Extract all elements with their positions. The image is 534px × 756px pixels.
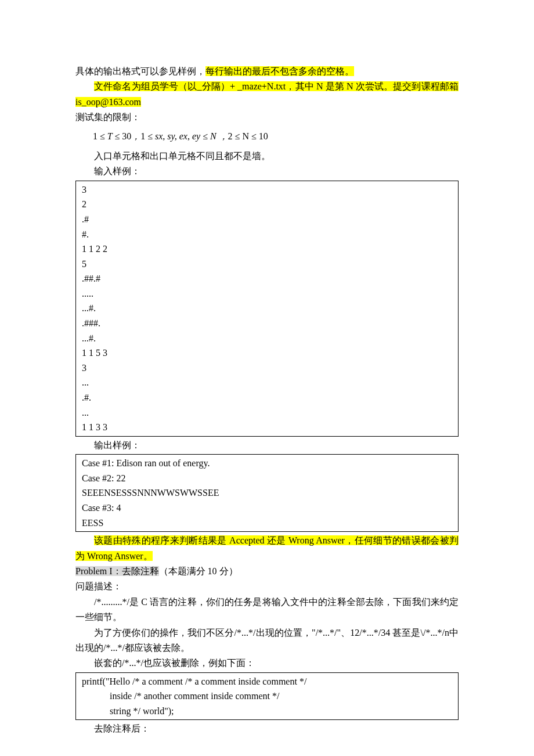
- para-output-format: 具体的输出格式可以参见样例，每行输出的最后不包含多余的空格。: [75, 64, 459, 79]
- problem-i-score: （本题满分 10 分）: [159, 566, 238, 576]
- para-comment-intro: /*.........*/是 C 语言的注释，你们的任务是将输入文件中的注释全部…: [75, 595, 459, 625]
- para-testset-limit: 测试集的限制：: [75, 110, 459, 125]
- label-output-sample: 输出样例：: [75, 438, 459, 453]
- para-comment-positions: 为了方便你们的操作，我们不区分/*...*/出现的位置，"/*...*/"、12…: [75, 625, 459, 656]
- document-page: 具体的输出格式可以参见样例，每行输出的最后不包含多余的空格。 文件命名为组员学号…: [0, 0, 534, 756]
- output-sample-text: Case #1: Edison ran out of energy. Case …: [82, 456, 452, 530]
- para-nested-intro: 嵌套的/*...*/也应该被删除，例如下面：: [75, 656, 459, 671]
- nested-sample-text: printf("Hello /* a comment /* a comment …: [82, 674, 452, 719]
- label-input-sample: 输入样例：: [75, 164, 459, 179]
- highlight-judge-note: 该题由特殊的程序来判断结果是 Accepted 还是 Wrong Answer，…: [75, 535, 459, 560]
- input-sample-box: 3 2 .# #. 1 1 2 2 5 .##.# ..... ...#. .#…: [75, 181, 459, 437]
- para-entry-exit-note: 入口单元格和出口单元格不同且都不是墙。: [75, 149, 459, 164]
- input-sample-text: 3 2 .# #. 1 1 2 2 5 .##.# ..... ...#. .#…: [82, 182, 452, 435]
- highlight-no-trailing-space: 每行输出的最后不包含多余的空格。: [205, 66, 354, 76]
- para-file-naming: 文件命名为组员学号（以_分隔）+ _maze+N.txt，其中 N 是第 N 次…: [75, 79, 459, 110]
- para-after-remove: 去除注释后：: [75, 721, 459, 736]
- problem-i-title: Problem I：去除注释: [75, 566, 159, 576]
- text: 具体的输出格式可以参见样例，: [75, 66, 205, 76]
- para-judge-note: 该题由特殊的程序来判断结果是 Accepted 还是 Wrong Answer，…: [75, 533, 459, 564]
- label-problem-desc: 问题描述：: [75, 579, 459, 594]
- problem-heading: Problem I：去除注释（本题满分 10 分）: [75, 564, 459, 579]
- highlight-file-naming: 文件命名为组员学号（以_分隔）+ _maze+N.txt，其中 N 是第 N 次…: [75, 81, 459, 106]
- nested-sample-box: printf("Hello /* a comment /* a comment …: [75, 672, 459, 721]
- output-sample-box: Case #1: Edison ran out of energy. Case …: [75, 454, 459, 532]
- math-constraints: 1 ≤ T ≤ 30，1 ≤ sx, sy, ex, ey ≤ N ，2 ≤ N…: [75, 125, 459, 149]
